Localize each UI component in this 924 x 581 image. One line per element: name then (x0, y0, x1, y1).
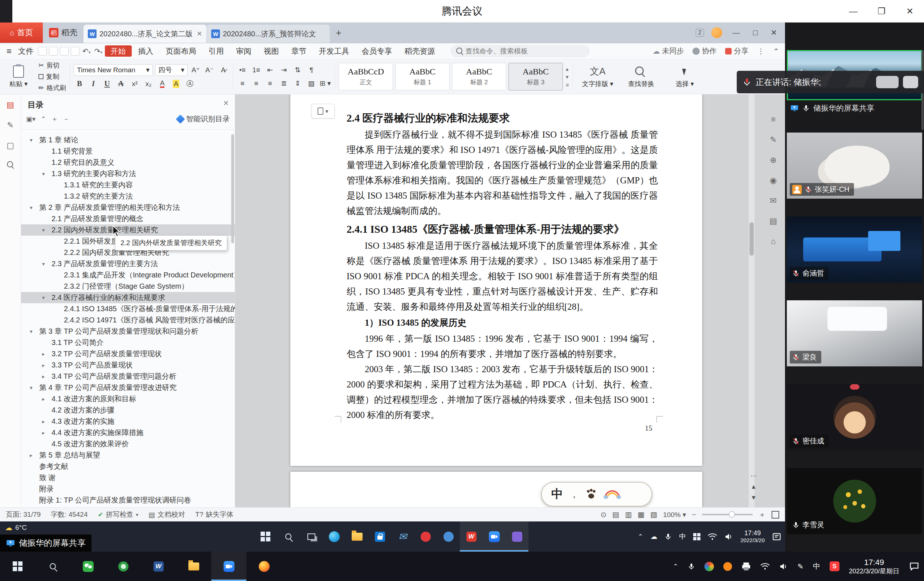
bullet-list-icon[interactable]: •≡ (237, 65, 248, 76)
toc-item[interactable]: 2.3 产品研发质量管理的主要方法 (21, 258, 235, 270)
taskbar-app-icon[interactable] (437, 521, 460, 551)
shading-icon[interactable]: ▨ (305, 78, 317, 89)
maximize-icon[interactable]: ❐ (867, 0, 896, 23)
taskbar-app-icon[interactable] (483, 521, 505, 551)
paste-button[interactable]: 粘贴 ▾ (3, 65, 34, 88)
strikethrough-icon[interactable]: A (115, 78, 127, 89)
justify-icon[interactable]: ≣ (278, 78, 290, 89)
toc-close-icon[interactable]: ✕ (223, 99, 229, 108)
redo-icon[interactable]: ↷▾ (92, 47, 104, 56)
color-wheel-icon[interactable] (705, 562, 714, 571)
taskbar-app-icon[interactable] (368, 521, 391, 551)
document-scrollbar[interactable] (749, 94, 754, 507)
number-list-icon[interactable]: 1≡ (251, 65, 262, 76)
list-icon[interactable]: ≡ (771, 115, 776, 124)
toc-item[interactable]: 2.3.1 集成产品开发（Integrate Product Developme… (21, 270, 235, 281)
search-input[interactable] (465, 47, 584, 55)
page-indicator[interactable]: 页面: 31/79 (6, 510, 41, 519)
superscript-icon[interactable]: x² (129, 78, 140, 89)
highlight-icon[interactable]: A (170, 78, 182, 89)
style-card[interactable]: AaBbC 标题 3 (508, 63, 563, 90)
collapse-ribbon-icon[interactable]: ⌃ (773, 47, 779, 56)
minimize-icon[interactable]: — (839, 0, 867, 23)
tab-document-2[interactable]: W 20202480...济系_预答辩论文 (207, 25, 330, 43)
ime-indicator[interactable]: 中 (813, 561, 820, 571)
eye-icon[interactable]: ⊙ (600, 510, 606, 519)
command-search[interactable] (451, 45, 589, 57)
toc-item[interactable]: 1.3.2 研究的主要方法 (21, 190, 235, 202)
window-count-badge[interactable]: 2 (696, 29, 704, 37)
video-tile[interactable]: 张笑妍-CH (787, 132, 922, 199)
find-replace-button[interactable]: 查找替换 (620, 65, 662, 88)
taskbar-app-icon[interactable] (277, 521, 300, 551)
menu-item[interactable]: 审阅 (231, 45, 257, 57)
toc-item[interactable]: 4.4 改进方案的实施保障措施 (21, 427, 235, 438)
edit-icon[interactable]: ✎ (7, 121, 13, 130)
more-icon[interactable]: ⋮ (757, 47, 764, 56)
smart-toc-button[interactable]: 智能识别目录 (177, 114, 230, 124)
toc-item[interactable]: 1.1 研究背景 (21, 146, 235, 157)
taskbar-clock[interactable]: 17:492022/3/20/星期日 (849, 558, 899, 576)
printer-icon[interactable] (741, 562, 751, 571)
bookmark-icon[interactable]: ▢ (7, 141, 14, 150)
ime-toolbar[interactable]: 中 ， (541, 482, 652, 507)
missing-font[interactable]: T?缺失字体 (195, 510, 233, 519)
menu-item[interactable]: 插入 (132, 45, 159, 57)
mail-icon[interactable]: ✉ (770, 196, 776, 205)
gallery-up-icon[interactable]: ▴ (566, 66, 569, 72)
taskbar-app-icon[interactable] (35, 551, 70, 581)
video-tile[interactable]: 梁良 (787, 300, 922, 366)
weather-widget[interactable]: ☁6°C (5, 523, 27, 532)
paw-icon[interactable] (586, 489, 597, 500)
toc-collapse-icon[interactable]: ⌃ (41, 115, 46, 123)
word-count[interactable]: 字数: 45424 (51, 510, 87, 519)
print-icon[interactable] (60, 47, 69, 56)
toc-item[interactable]: 3.3 TP 公司产品质量现状 (21, 359, 235, 371)
toc-item[interactable]: 1.2 研究目的及意义 (21, 157, 235, 168)
taskbar-app-icon[interactable] (505, 521, 528, 551)
outdent-icon[interactable]: ⇤ (264, 65, 276, 76)
menu-item[interactable]: 会员专享 (356, 45, 398, 57)
mic-icon[interactable] (688, 562, 695, 571)
outline-panel-icon[interactable]: ▤ (7, 100, 14, 110)
preview-icon[interactable] (71, 47, 79, 56)
menu-item[interactable]: 开发工具 (313, 45, 355, 57)
italic-icon[interactable]: I (87, 78, 99, 89)
align-right-icon[interactable]: ≡ (264, 78, 276, 89)
wps-minimize-icon[interactable]: — (729, 28, 743, 37)
page-settings-button[interactable]: ▾ (311, 104, 335, 118)
pen-icon[interactable]: ✎ (797, 562, 804, 571)
taskbar-app-icon[interactable] (141, 551, 176, 581)
font-name-select[interactable]: Times New Roman▾ (74, 64, 153, 76)
sogou-icon[interactable]: S (830, 561, 840, 571)
toc-item[interactable]: 2.4 医疗器械行业的标准和法规要求 (21, 292, 235, 303)
toc-item[interactable]: 2.2 国内外研发质量管理相关研究 (21, 224, 235, 236)
scroll-more-icon[interactable]: ⋯ (751, 472, 757, 480)
save-icon[interactable] (49, 47, 58, 56)
align-left-icon[interactable]: ≡ (237, 78, 248, 89)
underline-icon[interactable]: U (101, 78, 113, 89)
new-doc-icon[interactable] (38, 47, 47, 56)
toc-item[interactable]: 第 3 章 TP 公司产品研发质量管理现状和问题分析 (21, 326, 235, 337)
toc-reduce-icon[interactable]: － (63, 115, 69, 124)
zoom-level[interactable]: 100% ▾ (663, 511, 686, 519)
toc-item[interactable]: 附录 1: TP 公司产品研发质量管理现状调研问卷 (21, 495, 235, 506)
style-card[interactable]: AaBbCcD 正文 (338, 63, 393, 90)
taskbar-app-icon[interactable] (106, 551, 141, 581)
onedrive-icon[interactable]: ☁ (650, 532, 657, 541)
toc-item[interactable]: 1.3 研究的主要内容和方法 (21, 168, 235, 179)
account-avatar[interactable] (711, 27, 722, 38)
taskbar-app-icon[interactable] (345, 521, 368, 551)
hamburger-icon[interactable]: ≡ (3, 46, 15, 56)
tab-document-1[interactable]: W 20202480...济系_论文第二版 ✕ (84, 25, 207, 43)
insert-icon[interactable]: ⊕ (770, 156, 776, 165)
tab-home[interactable]: ⌂首页 (0, 23, 43, 43)
cut-button[interactable]: ✂剪切 (38, 61, 66, 70)
decrease-font-icon[interactable]: A⁻ (204, 65, 215, 76)
toc-item[interactable]: 4.5 改进方案的效果评价 (21, 438, 235, 450)
taskbar-app-icon[interactable] (70, 551, 106, 581)
toc-item[interactable]: 1.3.1 研究的主要内容 (21, 179, 235, 190)
video-tile[interactable]: 李雪灵 (787, 468, 922, 534)
zoom-out-icon[interactable]: − (692, 511, 696, 519)
toc-check-icon[interactable]: ▣▾ (26, 115, 36, 123)
